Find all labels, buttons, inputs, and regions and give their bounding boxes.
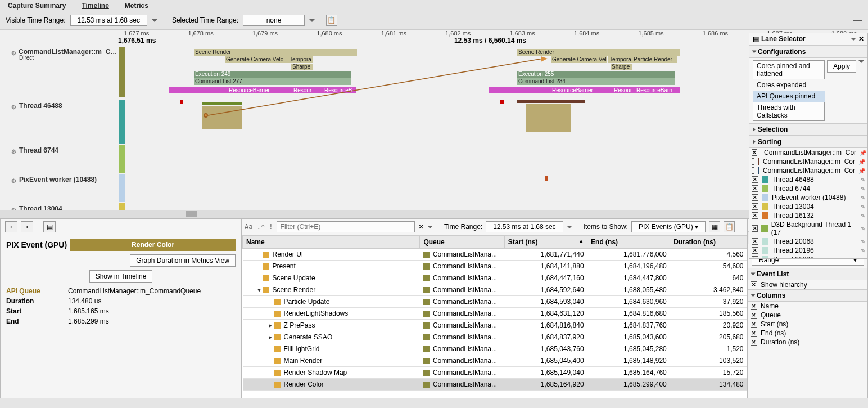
time-range-dropdown[interactable]: 12.53 ms at 1.68 sec [486,221,563,232]
lane-item[interactable]: PixEvent worker (10488)✎ [749,193,867,202]
block-particle-render[interactable]: Particle Render [632,56,677,63]
items-to-show-dropdown[interactable]: PIX Events (GPU) ▾ [631,221,706,232]
checkbox[interactable] [752,194,758,201]
chevron-down-icon[interactable] [152,19,157,22]
block-resource-barrier[interactable]: ResourceBarrier [551,87,596,93]
lane-item[interactable]: D3D Background Thread 1 (17✎ [749,220,867,237]
clear-icon[interactable]: ✕ [418,223,424,231]
clipboard-icon[interactable]: 📋 [326,15,337,26]
col-queue[interactable]: Queue [420,236,504,249]
block-resource-barrier[interactable]: ResourceBarrier [228,87,273,93]
timeline-hscroll[interactable] [0,210,868,218]
pin-icon[interactable]: ✎ [861,226,865,232]
chevron-down-icon[interactable] [851,38,856,41]
list-view-icon[interactable]: ▤ [43,221,56,232]
config-item[interactable]: Cores pinned and flattened [753,60,825,79]
grid-icon[interactable]: ▦ [709,221,720,232]
checkbox[interactable] [752,247,758,254]
column-checkbox[interactable]: End (ns) [748,329,867,338]
thread-cluster[interactable] [526,104,571,132]
checkbox[interactable] [752,203,758,210]
checkbox[interactable] [752,225,758,232]
pin-icon[interactable]: ✎ [861,248,865,254]
pin-icon[interactable]: ✎ [861,195,865,201]
triangle-icon[interactable] [751,273,756,276]
gear-icon[interactable] [11,49,16,55]
config-item[interactable]: Threads with Callstacks [753,102,825,121]
close-icon[interactable]: ✕ [858,35,864,43]
thread-marker[interactable] [500,100,504,104]
pin-icon[interactable]: ✎ [861,177,865,183]
chevron-down-icon[interactable] [309,19,315,22]
checkbox[interactable] [752,185,758,192]
block-commandlist-277[interactable]: Command List 277 [194,78,351,85]
thread-block[interactable] [517,100,585,103]
apply-button[interactable]: Apply [827,60,856,73]
pixevent-marker[interactable] [545,176,548,181]
checkbox[interactable] [752,176,758,183]
pin-icon[interactable]: ✎ [861,186,865,192]
checkbox[interactable] [751,330,757,337]
checkbox[interactable] [752,238,758,245]
block-resource-barrier[interactable]: ResourceB [323,87,356,93]
gear-icon[interactable] [11,103,17,109]
checkbox[interactable] [752,167,754,174]
thread-block[interactable] [202,102,242,105]
pin-icon[interactable]: ✎ [861,239,865,245]
lane-item[interactable]: CommandListManager::m_Cor📌 [749,148,867,157]
lane-item[interactable]: Thread 21836✎ [749,255,867,258]
checkbox[interactable] [752,212,758,219]
block-generate-camera[interactable]: Generate Camera Velo [225,56,288,63]
show-hierarchy-checkbox[interactable]: Show hierarchy [748,280,867,289]
col-name[interactable]: Name [243,236,420,249]
expander-icon[interactable]: ▾ [256,286,262,294]
minimize-icon[interactable]: — [738,223,745,231]
chevron-down-icon[interactable] [567,226,572,228]
lane-item[interactable]: CommandListManager::m_Cor📌 [749,166,867,175]
regex-options[interactable]: Aa .* ! [245,223,273,231]
chevron-down-icon[interactable] [427,226,433,228]
checkbox[interactable] [751,303,757,310]
checkbox[interactable] [752,256,758,258]
lane-thread-6744[interactable]: Thread 6744 [0,146,118,154]
column-checkbox[interactable]: Duration (ns) [748,338,867,347]
block-sharpe[interactable]: Sharpe [611,64,632,70]
col-start[interactable]: Start (ns)▲ [504,236,587,249]
event-table[interactable]: Name Queue Start (ns)▲ End (ns) Duration… [242,235,747,391]
lane-item[interactable]: Thread 13004✎ [749,202,867,211]
lane-item[interactable]: CommandListManager::m_Cor📌 [749,157,867,166]
table-row[interactable]: ▸Generate SSAOCommandListMana...1,684,83… [243,331,747,343]
selected-range-dropdown[interactable]: none [243,15,305,26]
timeline-canvas[interactable]: 1,677 ms1,678 ms1,679 ms1,680 ms1,681 ms… [0,30,868,218]
pin-icon[interactable]: ✎ [861,204,865,210]
api-queue-link[interactable]: API Queue [6,287,68,295]
thread-cluster[interactable] [202,106,242,129]
selection-marker[interactable] [204,113,208,118]
block-tempora[interactable]: Tempora [288,56,313,63]
block-execution-249[interactable]: Execution 249 [194,71,351,78]
checkbox[interactable] [751,312,757,319]
config-item[interactable]: API Queues pinned [753,91,825,102]
nav-back-button[interactable]: ‹ [5,221,17,232]
table-row[interactable]: Particle UpdateCommandListMana...1,684,5… [243,296,747,308]
pin-icon[interactable]: 📌 [860,150,866,156]
show-in-timeline-button[interactable]: Show in Timeline [89,270,153,283]
table-row[interactable]: Render ColorCommandListMana...1,685,164,… [243,379,747,391]
table-row[interactable]: PresentCommandListMana...1,684,141,8801,… [243,261,747,272]
block-resource-barrier[interactable]: Resour [292,87,317,93]
table-row[interactable]: FillLightGridCommandListMana...1,685,043… [243,343,747,355]
table-row[interactable]: Main RenderCommandListMana...1,685,045,4… [243,355,747,367]
checkbox[interactable] [751,321,757,328]
block-scene-render[interactable]: Scene Render [194,49,357,56]
checkbox[interactable] [752,149,757,156]
lane-pixevent-worker[interactable]: PixEvent worker (10488) [0,176,118,183]
col-end[interactable]: End (ns) [587,236,670,249]
pin-icon[interactable]: ✎ [861,213,865,219]
lane-item[interactable]: Thread 46488✎ [749,175,867,184]
lane-item[interactable]: Thread 16132✎ [749,211,867,220]
lane-item[interactable]: Thread 20196✎ [749,246,867,255]
clipboard-icon[interactable]: 📋 [724,221,735,232]
gear-icon[interactable] [11,177,17,182]
chevron-down-icon[interactable] [858,60,864,63]
table-row[interactable]: ▾Scene RenderCommandListMana...1,684,592… [243,284,747,296]
